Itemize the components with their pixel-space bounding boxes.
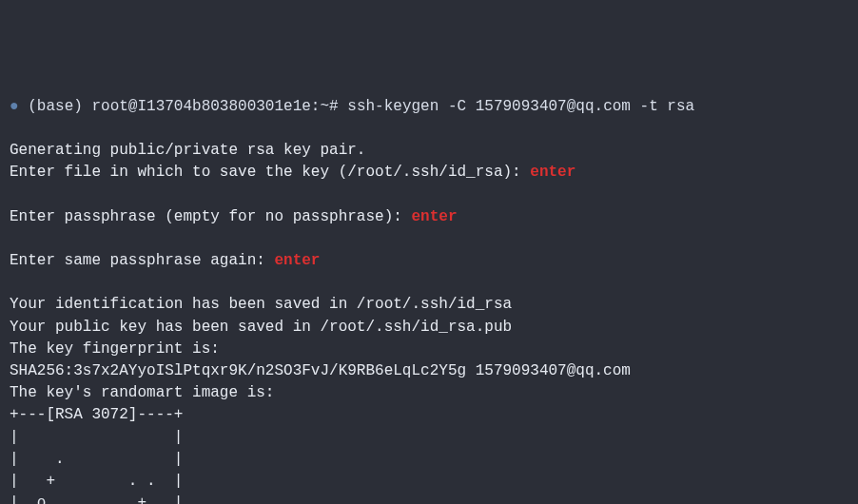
terminal-output-line: Generating public/private rsa key pair.	[10, 142, 365, 159]
terminal-output-line: The key fingerprint is:	[10, 340, 220, 358]
terminal-output-line: Enter same passphrase again: enter	[10, 250, 848, 272]
status-bullet-active: ●	[10, 98, 19, 115]
enter-annotation: enter	[411, 208, 457, 225]
terminal-output-line: Enter file in which to save the key (/ro…	[10, 162, 848, 184]
command-text: ssh-keygen -C 1579093407@qq.com -t rsa	[347, 98, 694, 115]
shell-prompt: (base) root@I13704b803800301e1e:~#	[28, 98, 338, 115]
terminal-line-1: ● (base) root@I13704b803800301e1e:~# ssh…	[10, 96, 848, 118]
enter-annotation: enter	[530, 164, 575, 181]
randomart-line: | |	[10, 429, 183, 446]
terminal-output-line: Enter passphrase (empty for no passphras…	[10, 206, 848, 228]
randomart-line: +---[RSA 3072]----+	[10, 406, 183, 423]
terminal-output-line: The key's randomart image is:	[10, 384, 274, 401]
terminal-output-line: SHA256:3s7x2AYyoISlPtqxr9K/n2SO3FvJ/K9RB…	[10, 362, 631, 379]
terminal-output-line: Your public key has been saved in /root/…	[10, 319, 512, 336]
randomart-line: | . |	[10, 451, 183, 468]
enter-annotation: enter	[274, 252, 320, 269]
randomart-line: | + . . |	[10, 473, 183, 490]
terminal-output-line: Your identification has been saved in /r…	[10, 296, 512, 313]
randomart-line: | o . . + |	[10, 494, 183, 504]
